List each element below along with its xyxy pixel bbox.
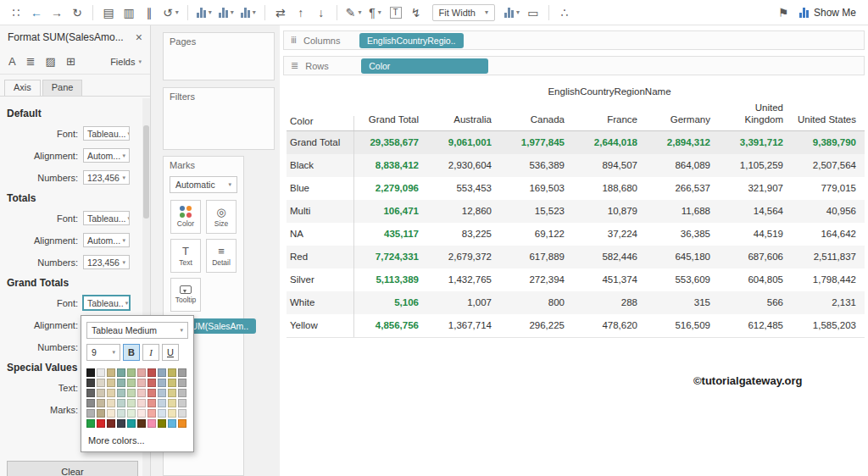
color-swatch[interactable] <box>97 379 105 387</box>
table-cell[interactable]: 29,358,677 <box>354 131 427 154</box>
color-swatch[interactable] <box>86 379 95 387</box>
table-cell[interactable]: 266,537 <box>646 177 719 200</box>
color-swatch[interactable] <box>168 379 176 387</box>
table-cell[interactable]: 272,394 <box>500 268 573 291</box>
table-cell[interactable]: 2,894,312 <box>646 131 719 154</box>
table-cell[interactable]: 106,471 <box>354 200 427 223</box>
color-swatch[interactable] <box>137 399 146 407</box>
clear-sheet-icon[interactable]: ▾ <box>238 3 259 23</box>
table-cell[interactable]: 1,977,845 <box>500 131 573 154</box>
borders-icon[interactable]: ⊞ <box>66 55 75 68</box>
color-swatch[interactable] <box>168 368 176 377</box>
pin-icon[interactable]: ⚑ <box>774 3 793 23</box>
fit-width-select[interactable]: Fit Width▾ <box>432 4 495 21</box>
column-header[interactable]: Grand Total <box>354 113 427 130</box>
column-header[interactable]: United States <box>792 113 865 130</box>
table-cell[interactable]: 288 <box>573 291 646 314</box>
color-swatch[interactable] <box>86 409 95 418</box>
color-swatch[interactable] <box>97 409 105 418</box>
table-cell[interactable]: 5,113,389 <box>354 268 427 291</box>
table-cell[interactable]: 687,606 <box>719 246 792 268</box>
color-swatch[interactable] <box>117 399 125 407</box>
color-swatch[interactable] <box>107 379 115 387</box>
presentation-icon[interactable]: ▭ <box>524 3 542 23</box>
color-swatch[interactable] <box>178 419 186 428</box>
font-size-select[interactable]: 9 ▾ <box>86 344 120 361</box>
rows-pill[interactable]: Color <box>361 58 488 74</box>
color-swatch[interactable] <box>147 419 156 428</box>
color-swatch[interactable] <box>117 368 125 377</box>
tab-axis[interactable]: Axis <box>4 80 41 96</box>
table-row[interactable]: Blue2,279,096553,453169,503188,680266,53… <box>287 177 865 200</box>
table-cell[interactable]: 296,225 <box>500 314 573 337</box>
table-cell[interactable]: 516,509 <box>646 314 719 337</box>
table-row[interactable]: Silver5,113,3891,432,765272,394451,37455… <box>287 268 865 291</box>
table-cell[interactable]: 8,838,412 <box>354 154 427 177</box>
tableau-logo-icon[interactable]: ∷ <box>7 3 25 23</box>
color-swatch[interactable] <box>127 368 136 377</box>
table-cell[interactable]: 40,956 <box>792 200 865 223</box>
color-swatch[interactable] <box>107 419 115 428</box>
color-swatch[interactable] <box>127 399 136 407</box>
color-swatch[interactable] <box>127 409 136 418</box>
table-cell[interactable]: 1,585,203 <box>792 314 865 337</box>
color-swatch[interactable] <box>137 379 146 387</box>
color-swatch[interactable] <box>86 419 95 428</box>
color-swatch[interactable] <box>147 399 156 407</box>
back-icon[interactable]: ← <box>27 3 46 23</box>
table-cell[interactable]: 604,805 <box>719 268 792 291</box>
color-swatch[interactable] <box>107 409 115 418</box>
table-cell[interactable]: 645,180 <box>646 246 719 268</box>
default-font-select[interactable]: Tableau...▾ <box>83 126 130 141</box>
color-swatch[interactable] <box>147 368 156 377</box>
color-swatch[interactable] <box>107 368 115 377</box>
table-cell[interactable]: 321,907 <box>719 177 792 200</box>
row-label[interactable]: Blue <box>287 177 354 200</box>
refresh-icon[interactable]: ↺▾ <box>160 3 181 23</box>
fields-dropdown[interactable]: Fields ▾ <box>110 57 142 67</box>
table-cell[interactable]: 1,432,765 <box>427 268 500 291</box>
underline-button[interactable]: U <box>162 344 179 361</box>
size-button[interactable]: ◎ Size <box>206 200 236 234</box>
table-cell[interactable]: 864,089 <box>646 154 719 177</box>
default-numbers-select[interactable]: 123,456▾ <box>83 170 130 185</box>
lightning-icon[interactable]: ↯ <box>407 3 426 23</box>
color-swatch[interactable] <box>178 379 186 387</box>
color-swatch[interactable] <box>137 409 146 418</box>
clear-button[interactable]: Clear <box>7 461 138 476</box>
table-row[interactable]: Black8,838,4122,930,604536,389894,507864… <box>287 154 865 177</box>
mark-type-select[interactable]: Automatic ▾ <box>170 176 237 193</box>
table-cell[interactable]: 83,225 <box>427 223 500 246</box>
table-cell[interactable]: 617,889 <box>500 246 573 268</box>
color-swatch[interactable] <box>137 368 146 377</box>
column-header[interactable]: Germany <box>646 113 719 130</box>
tooltip-button[interactable]: Tooltip <box>170 278 201 312</box>
table-cell[interactable]: 2,511,837 <box>792 246 865 268</box>
table-cell[interactable]: 536,389 <box>500 154 573 177</box>
color-swatch[interactable] <box>147 389 156 397</box>
table-cell[interactable]: 36,385 <box>646 223 719 246</box>
font-icon[interactable]: A <box>8 55 16 68</box>
table-cell[interactable]: 188,680 <box>573 177 646 200</box>
rows-shelf[interactable]: ≣ Rows Color <box>283 56 865 75</box>
table-row[interactable]: Multi106,47112,86015,52310,87911,68814,5… <box>287 200 865 223</box>
table-cell[interactable]: 69,122 <box>500 223 573 246</box>
totals-font-select[interactable]: Tableau...▾ <box>83 211 130 225</box>
color-swatch[interactable] <box>168 399 176 407</box>
color-swatch[interactable] <box>178 409 186 418</box>
table-cell[interactable]: 7,724,331 <box>354 246 427 268</box>
color-swatch[interactable] <box>127 379 136 387</box>
color-swatch[interactable] <box>158 379 166 387</box>
duplicate-sheet-icon[interactable]: ▾ <box>216 3 236 23</box>
text-label-icon[interactable]: T <box>387 3 405 23</box>
table-cell[interactable]: 2,279,096 <box>354 177 427 200</box>
close-icon[interactable]: × <box>136 31 142 43</box>
sort-ascending-icon[interactable]: ↑ <box>292 3 310 23</box>
table-cell[interactable]: 451,374 <box>573 268 646 291</box>
italic-button[interactable]: I <box>142 344 159 361</box>
color-swatch[interactable] <box>178 389 186 397</box>
table-cell[interactable]: 12,860 <box>427 200 500 223</box>
new-datasource-icon[interactable]: ▥ <box>120 3 138 23</box>
row-label[interactable]: Red <box>287 246 354 268</box>
color-swatch[interactable] <box>178 399 186 407</box>
